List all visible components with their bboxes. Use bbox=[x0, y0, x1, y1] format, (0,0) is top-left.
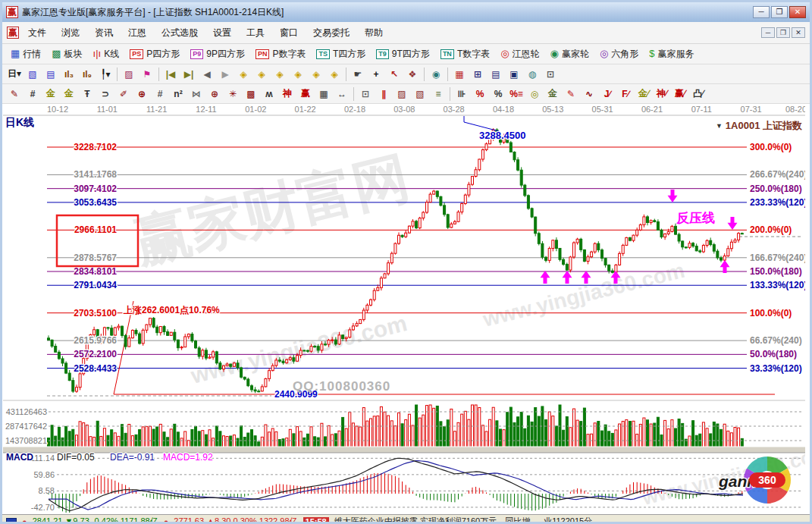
next-page-button[interactable]: ▶ bbox=[216, 66, 234, 83]
first-page-button[interactable]: |◀ bbox=[161, 66, 180, 83]
scale-tool-button[interactable]: ⊪ bbox=[453, 86, 471, 102]
expand-all-button[interactable]: ◈ bbox=[307, 66, 325, 83]
trend-window-button[interactable]: ▧ bbox=[24, 66, 42, 83]
pattern-search-button[interactable]: ▨ bbox=[120, 66, 138, 83]
bars-9-button[interactable]: ıl₉ bbox=[78, 66, 96, 83]
parallel-lines-button[interactable]: ≡ bbox=[429, 86, 447, 102]
candle-style-dropdown-button[interactable]: ╿▾ bbox=[96, 66, 114, 83]
menu-item-8[interactable]: 交易委托 bbox=[306, 24, 357, 42]
menu-item-3[interactable]: 江恩 bbox=[121, 24, 154, 42]
f-ruler-button[interactable]: Ŧ bbox=[78, 86, 96, 102]
menu-item-1[interactable]: 浏览 bbox=[54, 24, 87, 42]
menu-item-0[interactable]: 文件 bbox=[20, 24, 54, 42]
menu-item-6[interactable]: 工具 bbox=[239, 24, 272, 42]
mdi-minimize-button[interactable]: ─ bbox=[761, 27, 775, 38]
angle-gold-button[interactable]: 金∕ bbox=[635, 86, 653, 102]
mirror-tool-button[interactable]: ⋈ bbox=[187, 86, 205, 102]
n-square-button[interactable]: n² bbox=[169, 86, 187, 102]
close-button[interactable]: ✕ bbox=[789, 6, 806, 18]
h-measure-button[interactable]: ↔ bbox=[333, 86, 351, 102]
compress-all-button[interactable]: ◈ bbox=[325, 66, 343, 83]
save-button[interactable]: ▣ bbox=[505, 66, 523, 83]
mdi-close-button[interactable]: ✕ bbox=[792, 27, 805, 38]
shade-box-2-button[interactable]: ▧ bbox=[411, 86, 429, 102]
pointer-tool-button[interactable]: ↖ bbox=[385, 66, 403, 83]
feature-sectors-button[interactable]: ▩板块 bbox=[46, 45, 87, 62]
angle-j-button[interactable]: J∕ bbox=[598, 86, 616, 102]
menu-item-4[interactable]: 公式选股 bbox=[154, 24, 205, 42]
star-grid-button[interactable]: ✳ bbox=[224, 86, 242, 102]
gold-gate-1-button[interactable]: 金 bbox=[42, 86, 60, 102]
wave-a-button[interactable]: ∿ bbox=[580, 86, 598, 102]
news-ticker[interactable]: 维大医药企业中报披露 实现净利润7160万元，同比增… bbox=[334, 516, 539, 524]
feature-t-number-table-button[interactable]: TNT数字表 bbox=[435, 45, 495, 62]
expand-horizontal-button[interactable]: ◈ bbox=[271, 66, 289, 83]
feature-t-square-button[interactable]: TST四方形 bbox=[311, 45, 371, 62]
calculator-button[interactable]: ⊞ bbox=[469, 66, 487, 83]
feature-winner-service-button[interactable]: $赢家服务 bbox=[644, 45, 699, 62]
minimize-button[interactable]: ─ bbox=[753, 6, 770, 18]
percent-red-button[interactable]: % bbox=[471, 86, 489, 102]
fan-lines-button[interactable]: ∥ bbox=[375, 86, 393, 102]
shade-box-1-button[interactable]: ▨ bbox=[393, 86, 411, 102]
shift-left-button[interactable]: ◈ bbox=[234, 66, 252, 83]
menu-item-5[interactable]: 设置 bbox=[205, 24, 239, 42]
titlebar[interactable]: 赢 赢家江恩专业版[赢家服务平台] - [上证指数 SH1A0001-214日K… bbox=[2, 2, 810, 22]
box-select-button[interactable]: ⊡ bbox=[356, 86, 375, 102]
globe-tool-button[interactable]: ◉ bbox=[427, 66, 445, 83]
brush-tool-button[interactable]: ✎ bbox=[562, 86, 580, 102]
gold-gate-2-button[interactable]: 金 bbox=[60, 86, 78, 102]
mdi-restore-button[interactable]: ❐ bbox=[776, 27, 790, 38]
angle-f-button[interactable]: F∕ bbox=[616, 86, 635, 102]
feature-winner-wheel-button[interactable]: ◉赢家轮 bbox=[545, 45, 594, 62]
flag-histogram-button[interactable]: ⚑ bbox=[138, 66, 156, 83]
calendar-button[interactable]: ▦ bbox=[450, 66, 469, 83]
angle-pencil-button[interactable]: ✐ bbox=[114, 86, 133, 102]
angle-shen-button[interactable]: 神∕ bbox=[653, 86, 671, 102]
compress-horizontal-button[interactable]: ◈ bbox=[289, 66, 307, 83]
maximize-button[interactable]: ❐ bbox=[771, 6, 788, 18]
menu-item-2[interactable]: 资讯 bbox=[87, 24, 121, 42]
grid-tool-button[interactable]: # bbox=[24, 86, 42, 102]
angle-tu-button[interactable]: 凸∕ bbox=[689, 86, 707, 102]
feature-p-number-table-button[interactable]: PNP数字表 bbox=[250, 45, 312, 62]
period-dropdown-button[interactable]: 日▾ bbox=[5, 66, 24, 83]
ruler-grid-button[interactable]: ▦ bbox=[315, 86, 333, 102]
spiral-tool-button[interactable]: ⊃ bbox=[96, 86, 114, 102]
pencil-tool-button[interactable]: ✎ bbox=[5, 86, 24, 102]
ying-tool-button[interactable]: 赢 bbox=[296, 86, 315, 102]
time-circle-button[interactable]: ⊕ bbox=[133, 86, 151, 102]
hand-tool-button[interactable]: ☛ bbox=[349, 66, 367, 83]
feature-9t-square-button[interactable]: T99T四方形 bbox=[371, 45, 435, 62]
percent-level-button[interactable]: %≡ bbox=[507, 86, 525, 102]
kline-icon: ı|ı bbox=[93, 48, 102, 60]
shift-right-button[interactable]: ◈ bbox=[252, 66, 271, 83]
menu-item-7[interactable]: 窗口 bbox=[272, 24, 306, 42]
chart-canvas[interactable]: 赢家财富网www.yingjia360.comwww.yingjia360.co… bbox=[3, 104, 805, 514]
feature-hexagon-button[interactable]: ◎六角形 bbox=[594, 45, 644, 62]
bars-3-button[interactable]: ıl₃ bbox=[60, 66, 78, 83]
percent-button[interactable]: % bbox=[489, 86, 507, 102]
feature-9p-square-button[interactable]: P99P四方形 bbox=[185, 45, 250, 62]
gold-level-button[interactable]: 金 bbox=[544, 86, 562, 102]
menu-item-9[interactable]: 帮助 bbox=[357, 24, 390, 42]
angle-ying-button[interactable]: 赢∕ bbox=[671, 86, 689, 102]
grid-2-button[interactable]: # bbox=[151, 86, 169, 102]
feature-gann-wheel-button[interactable]: ◎江恩轮 bbox=[495, 45, 544, 62]
crosshair-tool-button[interactable]: + bbox=[367, 66, 385, 83]
export-data-button[interactable]: ◍ bbox=[523, 66, 541, 83]
feature-p-square-button[interactable]: PSP四方形 bbox=[124, 45, 185, 62]
last-page-button[interactable]: ▶| bbox=[180, 66, 198, 83]
feature-kline-button[interactable]: ı|ıK线 bbox=[88, 45, 125, 62]
prev-page-button[interactable]: ◀ bbox=[198, 66, 216, 83]
notes-button[interactable]: ▤ bbox=[487, 66, 505, 83]
gold-circle-button[interactable]: ◎ bbox=[525, 86, 544, 102]
remote-pc-button[interactable]: ⊡ bbox=[541, 66, 560, 83]
web-grid-button[interactable]: ▩ bbox=[242, 86, 260, 102]
target-tool-button[interactable]: ⊕ bbox=[205, 86, 224, 102]
info-panel-button[interactable]: ▤ bbox=[42, 66, 60, 83]
shen-tool-button[interactable]: 神 bbox=[278, 86, 296, 102]
gann-brain-tool-button[interactable]: ❖ bbox=[403, 66, 422, 83]
wave-tool-button[interactable]: ʍ bbox=[260, 86, 278, 102]
feature-market-quotes-button[interactable]: ▦行情 bbox=[5, 45, 46, 62]
